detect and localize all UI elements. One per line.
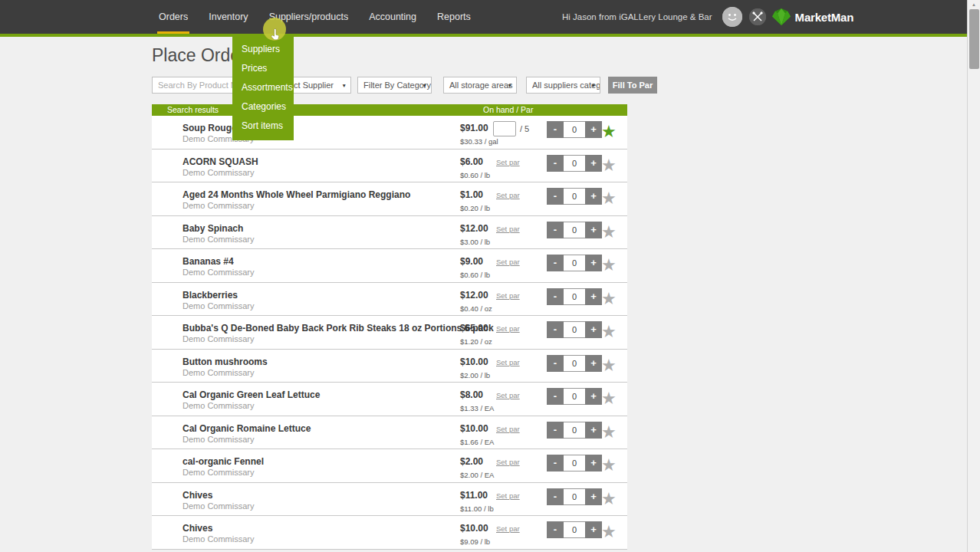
- user-avatar-smiley-icon[interactable]: [722, 7, 742, 27]
- on-hand-input[interactable]: [493, 121, 516, 136]
- quantity-value[interactable]: 0: [564, 121, 585, 138]
- dropdown-item-prices[interactable]: Prices: [232, 59, 294, 78]
- decrease-quantity-button[interactable]: -: [547, 321, 564, 338]
- quantity-value[interactable]: 0: [564, 355, 585, 372]
- crossed-utensils-icon[interactable]: [749, 8, 766, 25]
- dropdown-item-assortments[interactable]: Assortments: [232, 78, 294, 97]
- dropdown-item-sort-items[interactable]: Sort items: [232, 117, 294, 136]
- decrease-quantity-button[interactable]: -: [547, 488, 564, 505]
- nav-right-cluster: Hi Jason from iGALLery Lounge & Bar: [562, 0, 853, 34]
- decrease-quantity-button[interactable]: -: [547, 422, 564, 439]
- nav-item-inventory[interactable]: Inventory: [207, 0, 249, 34]
- product-name: Aged 24 Months Whole Wheel Parmigiano Re…: [183, 189, 410, 200]
- set-par-link[interactable]: Set par: [496, 191, 520, 199]
- decrease-quantity-button[interactable]: -: [547, 155, 564, 172]
- set-par-link[interactable]: Set par: [496, 391, 520, 399]
- set-par-link[interactable]: Set par: [496, 458, 520, 466]
- set-par-link[interactable]: Set par: [496, 258, 520, 266]
- quantity-value[interactable]: 0: [564, 455, 585, 472]
- set-par-link[interactable]: Set par: [496, 524, 520, 533]
- increase-quantity-button[interactable]: +: [585, 222, 602, 238]
- decrease-quantity-button[interactable]: -: [547, 222, 564, 238]
- product-unit-price: $3.00 / lb: [460, 238, 490, 246]
- increase-quantity-button[interactable]: +: [585, 488, 602, 505]
- increase-quantity-button[interactable]: +: [585, 355, 602, 372]
- table-header: Search results On hand / Par: [152, 104, 627, 116]
- product-unit-price: $9.09 / lb: [460, 537, 490, 546]
- favorite-star-icon[interactable]: ★: [601, 120, 617, 143]
- increase-quantity-button[interactable]: +: [585, 521, 602, 538]
- favorite-star-icon[interactable]: ★: [601, 387, 617, 410]
- nav-item-orders[interactable]: Orders: [157, 0, 189, 34]
- decrease-quantity-button[interactable]: -: [547, 355, 564, 372]
- quantity-value[interactable]: 0: [564, 321, 585, 338]
- favorite-star-icon[interactable]: ★: [601, 254, 617, 277]
- decrease-quantity-button[interactable]: -: [547, 455, 564, 472]
- set-par-link[interactable]: Set par: [496, 324, 520, 333]
- increase-quantity-button[interactable]: +: [585, 155, 602, 172]
- set-par-link[interactable]: Set par: [496, 425, 520, 433]
- quantity-value[interactable]: 0: [564, 155, 585, 172]
- set-par-link[interactable]: Set par: [496, 491, 520, 500]
- nav-item-reports[interactable]: Reports: [436, 0, 472, 34]
- set-par-link[interactable]: Set par: [496, 291, 520, 300]
- increase-quantity-button[interactable]: +: [585, 321, 602, 338]
- decrease-quantity-button[interactable]: -: [547, 521, 564, 538]
- favorite-star-icon[interactable]: ★: [601, 488, 617, 511]
- product-price: $91.00: [460, 123, 488, 133]
- quantity-stepper: - 0 +: [547, 121, 602, 138]
- quantity-value[interactable]: 0: [564, 388, 585, 405]
- quantity-stepper: - 0 +: [547, 188, 602, 205]
- increase-quantity-button[interactable]: +: [585, 188, 602, 205]
- product-unit-price: $1.33 / EA: [460, 404, 494, 412]
- scrollbar-up-arrow-icon[interactable]: ▲: [968, 0, 980, 9]
- increase-quantity-button[interactable]: +: [585, 455, 602, 472]
- quantity-value[interactable]: 0: [564, 255, 585, 271]
- favorite-star-icon[interactable]: ★: [601, 154, 617, 177]
- category-select[interactable]: Filter By Category ▼: [357, 77, 432, 94]
- decrease-quantity-button[interactable]: -: [547, 188, 564, 205]
- favorite-star-icon[interactable]: ★: [601, 454, 617, 477]
- quantity-value[interactable]: 0: [564, 422, 585, 439]
- storage-area-select[interactable]: All storage areas ▼: [443, 77, 517, 94]
- nav-item-accounting[interactable]: Accounting: [367, 0, 418, 34]
- increase-quantity-button[interactable]: +: [585, 255, 602, 271]
- quantity-value[interactable]: 0: [564, 521, 585, 538]
- favorite-star-icon[interactable]: ★: [601, 187, 617, 210]
- quantity-value[interactable]: 0: [564, 288, 585, 305]
- scrollbar-thumb[interactable]: [969, 9, 979, 69]
- dropdown-item-categories[interactable]: Categories: [232, 97, 294, 117]
- increase-quantity-button[interactable]: +: [585, 388, 602, 405]
- set-par-link[interactable]: Set par: [496, 225, 520, 233]
- increase-quantity-button[interactable]: +: [585, 422, 602, 439]
- set-par-link[interactable]: Set par: [496, 158, 520, 166]
- favorite-star-icon[interactable]: ★: [601, 288, 617, 310]
- decrease-quantity-button[interactable]: -: [547, 121, 564, 138]
- increase-quantity-button[interactable]: +: [585, 121, 602, 138]
- set-par-link[interactable]: Set par: [496, 358, 520, 366]
- quantity-value[interactable]: 0: [564, 222, 585, 238]
- nav-accent-strip: [0, 34, 980, 37]
- favorite-star-icon[interactable]: ★: [601, 521, 617, 544]
- dropdown-item-suppliers[interactable]: Suppliers: [232, 40, 294, 59]
- search-results-table: Search results On hand / Par Soup Rouge …: [152, 104, 627, 550]
- favorite-star-icon[interactable]: ★: [601, 421, 617, 444]
- favorite-star-icon[interactable]: ★: [601, 320, 617, 343]
- table-row: ACORN SQUASH Demo Commissary $6.00 $0.60…: [152, 150, 627, 183]
- product-supplier: Demo Commissary: [183, 435, 255, 444]
- increase-quantity-button[interactable]: +: [585, 288, 602, 305]
- decrease-quantity-button[interactable]: -: [547, 288, 564, 305]
- user-greeting: Hi Jason from iGALLery Lounge & Bar: [562, 12, 712, 21]
- suppliers-category-select[interactable]: All suppliers categori ▼: [526, 77, 600, 94]
- favorite-star-icon[interactable]: ★: [601, 354, 617, 377]
- quantity-value[interactable]: 0: [564, 188, 585, 205]
- decrease-quantity-button[interactable]: -: [547, 255, 564, 271]
- favorite-star-icon[interactable]: ★: [601, 221, 617, 244]
- product-unit-price: $2.00 / lb: [460, 371, 490, 380]
- product-price: $12.00: [460, 290, 488, 301]
- decrease-quantity-button[interactable]: -: [547, 388, 564, 405]
- quantity-value[interactable]: 0: [564, 488, 585, 505]
- fill-to-par-button[interactable]: Fill To Par: [608, 77, 657, 94]
- vertical-scrollbar[interactable]: ▲: [967, 0, 980, 552]
- product-name: ACORN SQUASH: [183, 156, 258, 167]
